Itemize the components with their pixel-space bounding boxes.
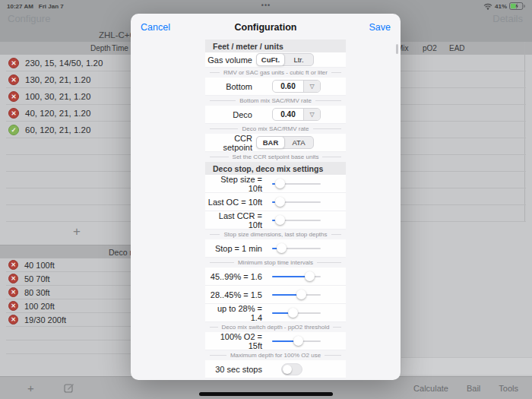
tools-button[interactable]: Tools (499, 384, 518, 393)
stepper-down-button[interactable]: ▽ (303, 109, 320, 120)
ppo2-28-45-slider[interactable] (272, 290, 321, 299)
col-ead: EAD (449, 44, 465, 52)
bottom-rate-row: Bottom 0.60 ▽ (205, 78, 346, 96)
30-sec-stops-row: 30 sec stops (205, 360, 346, 378)
deco-row-text: 19/30 200ft (24, 315, 66, 325)
ccr-setpoint-row: CCR setpoint BAR ATA (205, 134, 346, 152)
save-button[interactable]: Save (369, 22, 391, 33)
ppo2-45-99-slider[interactable] (272, 271, 321, 281)
plan-row-text: 230, 15, 14/50, 1.20 (25, 59, 103, 68)
error-icon: ✕ (8, 260, 18, 270)
ccr-setpoint-segmented: BAR ATA (256, 136, 314, 149)
last-ccr-row: Last CCR = 10ft (205, 211, 346, 230)
deco-row-text: 80 30ft (24, 288, 50, 297)
toggle-knob[interactable] (283, 365, 292, 374)
segment-cuft[interactable]: CuFt. (256, 53, 285, 66)
error-icon: ✕ (8, 74, 19, 85)
deco-row-text: 40 100ft (24, 261, 55, 270)
col-po2: pO2 (423, 44, 437, 52)
scroll-indicator (396, 44, 398, 54)
slider-knob[interactable] (275, 197, 285, 207)
battery-icon (509, 2, 526, 10)
plan-row-text: 100, 30, 21, 1.20 (25, 92, 90, 101)
details-button[interactable]: Details (492, 13, 523, 24)
o2-depth-slider[interactable] (272, 336, 321, 346)
last-ccr-label: Last CCR = 10ft (205, 211, 262, 230)
add-segment-button[interactable]: + (73, 224, 81, 239)
segment-bar[interactable]: BAR (256, 136, 285, 149)
stop-time-slider[interactable] (272, 243, 321, 253)
slider-knob[interactable] (288, 308, 298, 318)
background-panel (401, 357, 532, 375)
30-sec-stops-toggle[interactable] (281, 363, 302, 375)
last-oc-slider[interactable] (272, 197, 321, 207)
bottom-rate-stepper: 0.60 ▽ (272, 80, 321, 93)
slider-knob[interactable] (296, 290, 306, 299)
stepper-value[interactable]: 0.60 (273, 81, 303, 92)
wifi-icon (483, 3, 492, 10)
error-icon: ✕ (8, 274, 18, 283)
caption-deco-rate: Deco mix SAC/RMV rate (205, 124, 346, 134)
deco-rate-stepper: 0.40 ▽ (272, 108, 321, 121)
30-sec-stops-label: 30 sec stops (205, 365, 262, 374)
settings-form: Feet / meter / units Gas volume CuFt. Lt… (205, 40, 346, 378)
slider-knob[interactable] (277, 243, 287, 253)
gas-volume-segmented: CuFt. Ltr. (256, 53, 314, 66)
slider-knob[interactable] (305, 271, 315, 281)
caption-stop-dimensions: Stop size dimensions, last stop depths (205, 230, 346, 239)
stepper-down-button[interactable]: ▽ (303, 81, 320, 92)
plan-row-text: 60, 120, 21, 1.20 (25, 125, 90, 135)
bail-button[interactable]: Bail (467, 384, 480, 393)
ppo2-28-45-row: 28..45% = 1.5 (205, 286, 346, 304)
configuration-modal: Cancel Configuration Save Feet / meter /… (131, 14, 401, 380)
home-indicator[interactable] (199, 392, 333, 396)
caption-switch-depth: Deco mix switch depth - ppO2 threshold (205, 322, 346, 332)
step-size-label: Step size = 10ft (205, 175, 262, 193)
slider-knob[interactable] (275, 179, 285, 188)
compose-icon[interactable] (64, 382, 74, 393)
caption-ccr-setpoint: Set the CCR setpoint base units (205, 152, 346, 162)
segment-ata[interactable]: ATA (284, 137, 313, 148)
calculate-button[interactable]: Calculate (413, 384, 448, 393)
last-ccr-slider[interactable] (272, 215, 321, 225)
deco-row-text: 50 70ft (24, 274, 50, 283)
caption-min-stop: Minimum stop time intervals (205, 258, 346, 268)
slider-knob[interactable] (275, 215, 285, 225)
col-depth: Depth (90, 44, 111, 52)
bottom-rate-label: Bottom (205, 82, 252, 91)
slider-knob[interactable] (293, 336, 303, 346)
status-bar: 10:27 AM Fri Jan 7 ••• 41% (0, 0, 532, 12)
step-size-slider[interactable] (272, 179, 321, 188)
caption-bottom-rate: Bottom mix SAC/RMV rate (205, 96, 346, 106)
error-icon: ✕ (8, 287, 18, 297)
ppo2-45-99-label: 45..99% = 1.6 (205, 272, 262, 281)
success-icon: ✓ (8, 125, 19, 135)
stop-time-row: Stop = 1 min (205, 239, 346, 258)
battery-percent: 41% (495, 3, 507, 10)
section-header-deco: Deco stop, deco mix settings (205, 162, 346, 175)
ccr-setpoint-label: CCR setpoint (205, 134, 252, 152)
modal-header: Cancel Configuration Save (131, 14, 401, 40)
caption-rmv: RMV or SAC gas units - cubic ft or liter (205, 68, 346, 78)
section-header-units: Feet / meter / units (205, 40, 346, 52)
add-button[interactable]: + (27, 382, 34, 394)
ppo2-45-99-row: 45..99% = 1.6 (205, 268, 346, 286)
gas-volume-label: Gas volume (205, 55, 252, 65)
segment-ltr[interactable]: Ltr. (284, 54, 313, 65)
stop-time-label: Stop = 1 min (205, 244, 262, 253)
multitasking-dots-icon: ••• (0, 2, 532, 9)
error-icon: ✕ (8, 108, 19, 119)
error-icon: ✕ (8, 301, 18, 311)
configure-button[interactable]: Configure (8, 13, 50, 24)
last-oc-label: Last OC = 10ft (205, 198, 262, 207)
error-icon: ✕ (8, 315, 18, 325)
ppo2-up-to-28-slider[interactable] (272, 308, 321, 318)
col-time: Time (112, 44, 128, 52)
error-icon: ✕ (8, 58, 19, 68)
stepper-value[interactable]: 0.40 (273, 109, 303, 120)
plan-row-text: 40, 120, 21, 1.20 (25, 109, 90, 118)
plan-row-text: 130, 20, 21, 1.20 (25, 75, 90, 84)
ppo2-up-to-28-row: up to 28% = 1.4 (205, 304, 346, 322)
gas-volume-row: Gas volume CuFt. Ltr. (205, 52, 346, 68)
ppo2-up-to-28-label: up to 28% = 1.4 (205, 304, 262, 322)
